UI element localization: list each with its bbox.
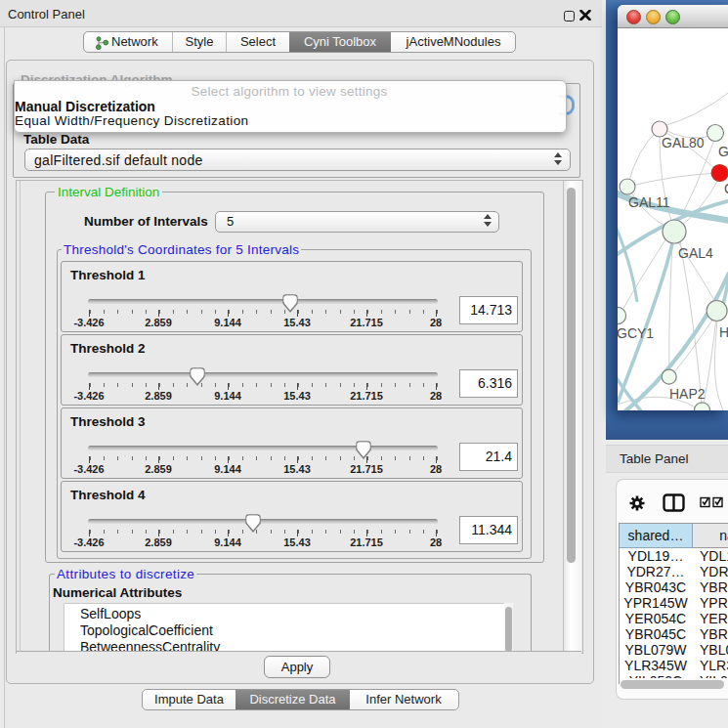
svg-text:GAL4: GAL4	[678, 245, 713, 261]
svg-text:GAL80: GAL80	[662, 135, 705, 150]
svg-text:HAP2: HAP2	[669, 386, 706, 402]
svg-text:C: C	[724, 181, 728, 196]
svg-text:GA: GA	[718, 144, 728, 159]
svg-text:GAL11: GAL11	[628, 194, 670, 210]
svg-text:GCY1: GCY1	[618, 325, 654, 341]
svg-text:H: H	[719, 324, 728, 340]
